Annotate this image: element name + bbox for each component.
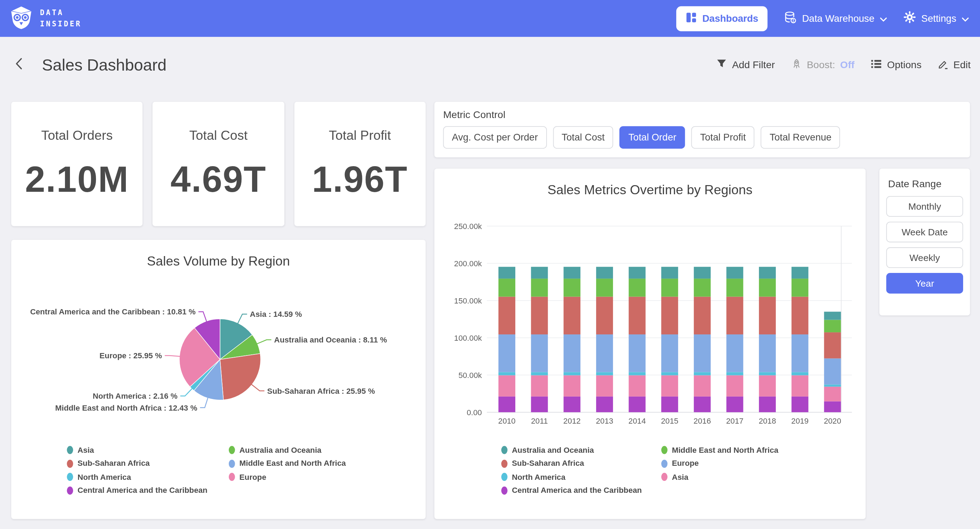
bar-segment-central-america-and-the-caribbean-2020[interactable] [824,402,841,412]
bar-segment-central-america-and-the-caribbean-2010[interactable] [498,397,515,412]
bar-segment-north-america-2017[interactable] [726,372,743,375]
bar-segment-europe-2010[interactable] [498,334,515,372]
bar-segment-sub-saharan-africa-2016[interactable] [694,297,711,334]
metric-option-avg-cost-per-order[interactable]: Avg. Cost per Order [443,126,547,149]
legend-item-middle-east-and-north-africa[interactable]: Middle East and North Africa [661,443,778,457]
legend-item-sub-saharan-africa[interactable]: Sub-Saharan Africa [501,457,642,470]
bar-segment-north-america-2011[interactable] [531,372,548,375]
bar-segment-sub-saharan-africa-2010[interactable] [498,297,515,334]
nav-item-dashboards[interactable]: Dashboards [676,6,768,31]
date-range-option-monthly[interactable]: Monthly [886,196,963,217]
bar-segment-australia-and-oceania-2019[interactable] [792,267,808,279]
date-range-option-week-date[interactable]: Week Date [886,222,963,242]
bar-segment-europe-2013[interactable] [596,334,613,372]
add-filter-button[interactable]: Add Filter [716,59,775,71]
bar-segment-asia-2010[interactable] [498,375,515,396]
bar-segment-sub-saharan-africa-2017[interactable] [726,297,743,334]
back-button[interactable] [15,57,23,73]
bar-segment-central-america-and-the-caribbean-2012[interactable] [563,397,580,412]
bar-segment-asia-2015[interactable] [661,375,678,396]
bar-segment-central-america-and-the-caribbean-2016[interactable] [694,397,711,412]
legend-item-central-america-and-the-caribbean[interactable]: Central America and the Caribbean [501,484,642,497]
metric-option-total-order[interactable]: Total Order [620,126,685,149]
bar-segment-australia-and-oceania-2018[interactable] [759,267,776,279]
legend-item-middle-east-and-north-africa[interactable]: Middle East and North Africa [229,457,346,470]
bar-segment-middle-east-and-north-africa-2018[interactable] [759,278,776,297]
bar-segment-asia-2018[interactable] [759,375,776,396]
bar-segment-middle-east-and-north-africa-2012[interactable] [563,278,580,297]
bar-segment-asia-2016[interactable] [694,375,711,396]
bar-segment-australia-and-oceania-2016[interactable] [694,267,711,279]
bar-segment-middle-east-and-north-africa-2014[interactable] [629,278,646,297]
bar-segment-sub-saharan-africa-2019[interactable] [792,297,808,334]
bar-segment-europe-2011[interactable] [531,334,548,372]
nav-item-data-warehouse[interactable]: Data Warehouse [784,11,887,26]
bar-segment-asia-2011[interactable] [531,375,548,396]
bar-segment-australia-and-oceania-2017[interactable] [726,267,743,279]
bar-segment-central-america-and-the-caribbean-2014[interactable] [629,397,646,412]
legend-item-central-america-and-the-caribbean[interactable]: Central America and the Caribbean [67,484,207,497]
bar-segment-asia-2017[interactable] [726,375,743,396]
legend-item-europe[interactable]: Europe [229,470,346,484]
bar-segment-middle-east-and-north-africa-2010[interactable] [498,278,515,297]
bar-segment-australia-and-oceania-2015[interactable] [661,267,678,279]
bar-segment-australia-and-oceania-2010[interactable] [498,267,515,279]
bar-segment-north-america-2018[interactable] [759,372,776,375]
bar-segment-europe-2020[interactable] [824,358,841,384]
bar-chart[interactable]: 0.0050.00k100.00k150.00k200.00k250.00k20… [434,168,866,519]
nav-item-settings[interactable]: Settings [904,11,969,25]
bar-segment-sub-saharan-africa-2013[interactable] [596,297,613,334]
bar-segment-australia-and-oceania-2012[interactable] [563,267,580,279]
bar-segment-middle-east-and-north-africa-2013[interactable] [596,278,613,297]
bar-segment-sub-saharan-africa-2018[interactable] [759,297,776,334]
bar-segment-sub-saharan-africa-2011[interactable] [531,297,548,334]
bar-segment-north-america-2016[interactable] [694,372,711,375]
legend-item-asia[interactable]: Asia [67,443,207,457]
bar-segment-middle-east-and-north-africa-2019[interactable] [792,278,808,297]
legend-item-europe[interactable]: Europe [661,457,778,470]
bar-segment-middle-east-and-north-africa-2017[interactable] [726,278,743,297]
bar-segment-central-america-and-the-caribbean-2013[interactable] [596,397,613,412]
bar-segment-central-america-and-the-caribbean-2018[interactable] [759,397,776,412]
bar-segment-asia-2019[interactable] [792,375,808,396]
options-button[interactable]: Options [871,59,921,71]
date-range-option-weekly[interactable]: Weekly [886,247,963,268]
legend-item-sub-saharan-africa[interactable]: Sub-Saharan Africa [67,457,207,470]
boost-toggle[interactable]: Boost: Off [791,58,854,71]
bar-segment-europe-2016[interactable] [694,334,711,372]
bar-segment-europe-2017[interactable] [726,334,743,372]
bar-segment-middle-east-and-north-africa-2015[interactable] [661,278,678,297]
bar-segment-sub-saharan-africa-2014[interactable] [629,297,646,334]
bar-segment-north-america-2019[interactable] [792,372,808,375]
bar-segment-north-america-2014[interactable] [629,372,646,375]
bar-segment-europe-2019[interactable] [792,334,808,372]
bar-segment-asia-2014[interactable] [629,375,646,396]
bar-segment-europe-2015[interactable] [661,334,678,372]
bar-segment-europe-2014[interactable] [629,334,646,372]
bar-segment-asia-2020[interactable] [824,387,841,402]
bar-segment-europe-2018[interactable] [759,334,776,372]
pie-slice-sub-saharan-africa[interactable] [220,354,261,400]
bar-segment-europe-2012[interactable] [563,334,580,372]
bar-segment-middle-east-and-north-africa-2020[interactable] [824,320,841,333]
legend-item-asia[interactable]: Asia [661,470,778,484]
bar-segment-central-america-and-the-caribbean-2017[interactable] [726,397,743,412]
legend-item-north-america[interactable]: North America [501,470,642,484]
bar-segment-sub-saharan-africa-2012[interactable] [563,297,580,334]
bar-segment-central-america-and-the-caribbean-2015[interactable] [661,397,678,412]
bar-segment-asia-2012[interactable] [563,375,580,396]
legend-item-australia-and-oceania[interactable]: Australia and Oceania [501,443,642,457]
bar-segment-north-america-2010[interactable] [498,372,515,375]
bar-segment-north-america-2012[interactable] [563,372,580,375]
edit-button[interactable]: Edit [938,58,970,71]
bar-segment-north-america-2015[interactable] [661,372,678,375]
legend-item-north-america[interactable]: North America [67,470,207,484]
metric-option-total-revenue[interactable]: Total Revenue [761,126,840,149]
bar-segment-sub-saharan-africa-2015[interactable] [661,297,678,334]
bar-segment-central-america-and-the-caribbean-2011[interactable] [531,397,548,412]
bar-segment-north-america-2013[interactable] [596,372,613,375]
date-range-option-year[interactable]: Year [886,273,963,294]
bar-segment-australia-and-oceania-2013[interactable] [596,267,613,279]
metric-option-total-profit[interactable]: Total Profit [691,126,755,149]
metric-option-total-cost[interactable]: Total Cost [553,126,613,149]
